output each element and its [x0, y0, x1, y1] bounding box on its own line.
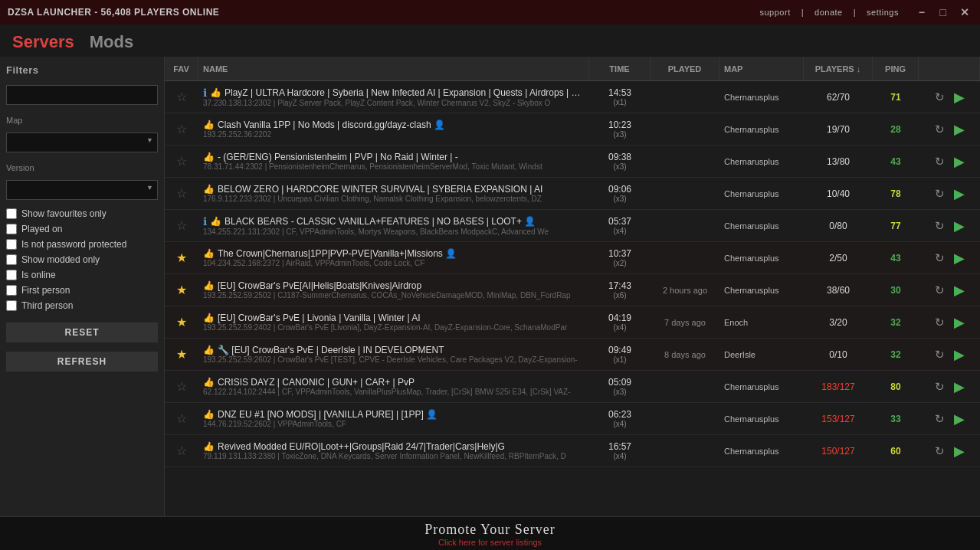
star-icon-9[interactable]: ☆ — [176, 379, 187, 394]
server-row[interactable]: ★👍The Crown|Chernarus|1PP|PVP-PVE|Vanill… — [165, 242, 980, 274]
info-icon-0[interactable]: ℹ — [203, 87, 207, 99]
server-row[interactable]: ☆👍- (GER/ENG) Pensionistenheim | PVP | N… — [165, 146, 980, 178]
thumbs-icon-0[interactable]: 👍 — [210, 87, 221, 98]
cell-time-9: 05:09(x3) — [589, 377, 651, 396]
thumbs-icon-11[interactable]: 👍 — [203, 441, 215, 452]
refresh-server-btn-1[interactable]: ↻ — [932, 121, 948, 138]
star-icon-2[interactable]: ☆ — [176, 154, 187, 169]
th-map[interactable]: MAP — [719, 57, 804, 80]
star-icon-10[interactable]: ☆ — [176, 411, 187, 426]
thumbs-icon-1[interactable]: 👍 — [203, 119, 215, 130]
thumbs-icon-10[interactable]: 👍 — [203, 409, 215, 420]
minimize-button[interactable]: − — [914, 5, 929, 20]
refresh-server-btn-9[interactable]: ↻ — [932, 378, 948, 395]
server-row[interactable]: ☆👍CRISIS DAYZ | CANONIC | GUN+ | CAR+ | … — [165, 371, 980, 403]
refresh-server-btn-10[interactable]: ↻ — [932, 411, 948, 427]
star-icon-7[interactable]: ★ — [176, 315, 187, 329]
th-fav[interactable]: FAV — [165, 57, 198, 80]
play-server-btn-6[interactable]: ▶ — [951, 280, 968, 300]
play-server-btn-10[interactable]: ▶ — [951, 409, 968, 429]
refresh-server-btn-2[interactable]: ↻ — [932, 153, 948, 170]
checkbox-not-password[interactable] — [6, 239, 17, 250]
refresh-server-btn-11[interactable]: ↻ — [932, 443, 948, 460]
server-row[interactable]: ★👍[EU] CrowBar's PvE[AI|Helis|Boats|Kniv… — [165, 274, 980, 306]
star-icon-0[interactable]: ☆ — [176, 90, 187, 104]
server-row[interactable]: ☆👍BELOW ZERO | HARDCORE WINTER SURVIVAL … — [165, 178, 980, 210]
th-time[interactable]: TIME — [589, 57, 651, 80]
star-icon-11[interactable]: ☆ — [176, 444, 187, 458]
donate-link[interactable]: donate — [814, 8, 843, 17]
checkbox-third-person[interactable] — [6, 300, 17, 311]
checkbox-row-show-modded[interactable]: Show modded only — [6, 252, 158, 267]
play-server-btn-1[interactable]: ▶ — [951, 119, 968, 139]
tab-mods[interactable]: Mods — [90, 32, 133, 52]
thumbs-icon-2[interactable]: 👍 — [203, 152, 215, 162]
thumbs-icon-6[interactable]: 👍 — [203, 280, 215, 291]
thumbs-icon-9[interactable]: 👍 — [203, 377, 215, 388]
checkbox-played-on[interactable] — [6, 224, 17, 234]
play-server-btn-3[interactable]: ▶ — [951, 184, 968, 204]
play-server-btn-7[interactable]: ▶ — [951, 313, 968, 332]
th-ping[interactable]: PING — [873, 57, 919, 80]
refresh-server-btn-8[interactable]: ↻ — [932, 346, 948, 363]
server-row[interactable]: ☆👍Clash Vanilla 1PP | No Mods | discord.… — [165, 113, 980, 146]
checkbox-row-third-person[interactable]: Third person — [6, 298, 158, 313]
server-row[interactable]: ★👍🔧 [EU] CrowBar's PvE | DeerIsle | IN D… — [165, 339, 980, 371]
map-select[interactable]: Chernarusplus Enoch (Livonia) DeerIsle — [6, 133, 158, 152]
refresh-server-btn-3[interactable]: ↻ — [932, 185, 948, 202]
refresh-server-btn-0[interactable]: ↻ — [932, 89, 948, 106]
play-server-btn-4[interactable]: ▶ — [951, 216, 968, 236]
star-icon-3[interactable]: ☆ — [176, 186, 187, 201]
thumbs-icon-4[interactable]: 👍 — [210, 216, 221, 227]
play-server-btn-9[interactable]: ▶ — [951, 377, 968, 397]
th-name[interactable]: NAME — [198, 57, 589, 80]
refresh-button[interactable]: REFRESH — [6, 352, 158, 372]
version-select[interactable] — [6, 180, 158, 200]
server-row[interactable]: ☆👍Revived Modded EU/RO|Loot++|Groups|Rai… — [165, 435, 980, 467]
thumbs-icon-5[interactable]: 👍 — [203, 248, 215, 259]
cell-ping-1: 28 — [873, 124, 919, 135]
checkbox-show-modded[interactable] — [6, 254, 17, 265]
star-icon-6[interactable]: ★ — [176, 283, 187, 297]
star-icon-8[interactable]: ★ — [176, 347, 187, 362]
info-icon-4[interactable]: ℹ — [203, 215, 207, 228]
support-link[interactable]: support — [760, 8, 791, 17]
maximize-button[interactable]: □ — [936, 5, 951, 20]
search-input[interactable] — [6, 85, 158, 105]
server-row[interactable]: ☆ℹ👍BLACK BEARS - CLASSIC VANILLA+FEATURE… — [165, 210, 980, 242]
checkbox-is-online[interactable] — [6, 270, 17, 280]
th-played[interactable]: PLAYED — [651, 57, 719, 80]
refresh-server-btn-7[interactable]: ↻ — [932, 314, 948, 331]
star-icon-5[interactable]: ★ — [176, 250, 187, 265]
star-icon-1[interactable]: ☆ — [176, 122, 187, 136]
play-server-btn-0[interactable]: ▶ — [951, 87, 968, 107]
close-button[interactable]: ✕ — [957, 5, 972, 20]
checkbox-show-favs[interactable] — [6, 208, 17, 219]
play-server-btn-8[interactable]: ▶ — [951, 345, 968, 365]
checkbox-row-played-on[interactable]: Played on — [6, 221, 158, 237]
refresh-server-btn-4[interactable]: ↻ — [932, 218, 948, 234]
refresh-server-btn-5[interactable]: ↻ — [932, 250, 948, 267]
checkbox-row-is-online[interactable]: Is online — [6, 267, 158, 283]
thumbs-icon-8[interactable]: 👍 — [203, 345, 215, 355]
reset-button[interactable]: RESET — [6, 322, 158, 342]
tab-servers[interactable]: Servers — [12, 32, 74, 52]
checkbox-row-first-person[interactable]: First person — [6, 283, 158, 298]
server-row[interactable]: ☆ℹ👍PlayZ | ULTRA Hardcore | Syberia | Ne… — [165, 81, 980, 113]
settings-link[interactable]: settings — [867, 8, 899, 17]
checkbox-row-not-password[interactable]: Is not password protected — [6, 237, 158, 252]
refresh-server-btn-6[interactable]: ↻ — [932, 282, 948, 299]
play-server-btn-2[interactable]: ▶ — [951, 152, 968, 172]
thumbs-icon-7[interactable]: 👍 — [203, 313, 215, 323]
server-row[interactable]: ★👍[EU] CrowBar's PvE | Livonia | Vanilla… — [165, 306, 980, 339]
play-server-btn-11[interactable]: ▶ — [951, 441, 968, 461]
play-server-btn-5[interactable]: ▶ — [951, 248, 968, 268]
thumbs-icon-3[interactable]: 👍 — [203, 184, 215, 195]
checkbox-row-show-favs[interactable]: Show favourites only — [6, 206, 158, 221]
footer[interactable]: Promote Your Server Click here for serve… — [0, 516, 980, 550]
th-players[interactable]: PLAYERS ↓ — [804, 57, 873, 80]
map-label: Map — [6, 116, 158, 125]
server-row[interactable]: ☆👍DNZ EU #1 [NO MODS] | [VANILLA PURE] |… — [165, 403, 980, 435]
star-icon-4[interactable]: ☆ — [176, 218, 187, 233]
checkbox-first-person[interactable] — [6, 285, 17, 296]
